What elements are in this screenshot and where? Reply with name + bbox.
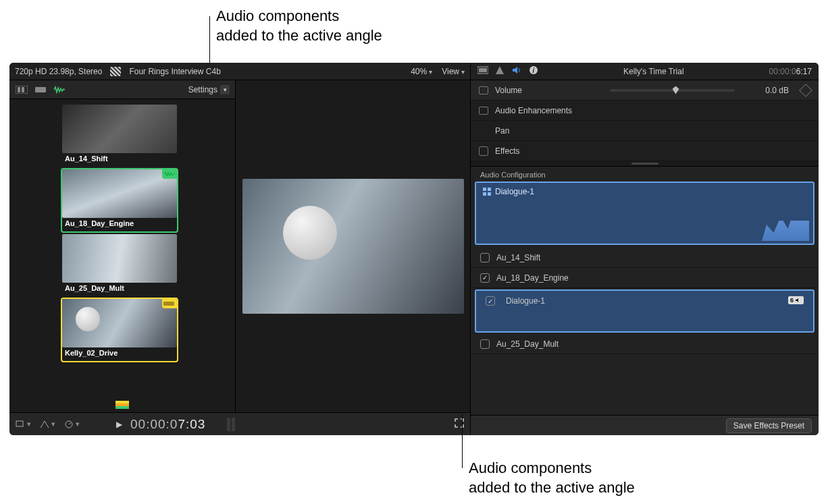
timecode-display[interactable]: 00:00:07:03 [130, 416, 205, 432]
color-tab-icon[interactable] [495, 65, 504, 77]
clapper-icon [110, 67, 121, 76]
video-active-marker [162, 299, 177, 308]
filmstrip-icon[interactable] [15, 84, 28, 95]
transport-bar: ▾ ▾ ▾ ▶ 00:00:07:03 [9, 412, 470, 435]
svg-rect-2 [22, 87, 24, 92]
fullscreen-button[interactable] [454, 418, 465, 431]
audio-meter [227, 418, 235, 431]
volume-row: Volume 0.0 dB [471, 80, 819, 101]
clip-name: Four Rings Interview C4b [129, 67, 220, 76]
angle-label: Kelly_02_Drive [62, 347, 177, 360]
pan-row[interactable]: Pan [471, 121, 819, 141]
skimmer-bar [9, 397, 235, 412]
audio-active-marker [162, 169, 177, 179]
angle-shift[interactable]: Au_14_Shift [62, 105, 177, 167]
inspector-timecode: 00:00:06:17 [769, 67, 812, 76]
crop-tool-icon[interactable]: ▾ [15, 420, 31, 429]
volume-slider[interactable] [610, 89, 735, 92]
dialogue-label: Dialogue-1 [495, 187, 534, 196]
waveform-icon [762, 200, 809, 241]
angle-label: Au_18_Day_Engine [62, 218, 177, 230]
callout-top: Audio components added to the active ang… [216, 7, 382, 45]
audio-config-header: Audio Configuration [471, 167, 819, 181]
app-window: 720p HD 23.98p, Stereo Four Rings Interv… [9, 63, 819, 435]
component-checkbox[interactable] [480, 253, 490, 262]
component-label: Au_14_Shift [496, 253, 540, 262]
video-frame [242, 179, 464, 314]
info-tab-icon[interactable]: i [529, 65, 538, 77]
angle-browser: Settings ▾ Au_14_Shift [9, 80, 236, 412]
svg-rect-1 [18, 87, 20, 92]
svg-rect-11 [483, 188, 486, 191]
component-engine[interactable]: Au_18_Day_Engine [471, 268, 819, 288]
enhancements-label: Audio Enhancements [495, 106, 572, 115]
svg-rect-13 [483, 192, 486, 196]
viewer-topbar: 720p HD 23.98p, Stereo Four Rings Interv… [9, 63, 470, 80]
effects-label: Effects [495, 146, 519, 156]
svg-rect-4 [163, 302, 174, 306]
dialogue-waveform[interactable]: Dialogue-1 [475, 181, 814, 245]
viewer-canvas[interactable] [236, 80, 470, 412]
callout-line-vert-2 [462, 414, 463, 468]
component-label: Au_25_Day_Mult [496, 339, 559, 349]
component-label: Au_18_Day_Engine [496, 273, 569, 283]
angle-label: Au_14_Shift [62, 153, 177, 165]
component-dialogue[interactable]: Dialogue-1 6 [475, 289, 814, 333]
callout-bottom: Audio components added to the active ang… [469, 459, 635, 497]
angle-list: Au_14_Shift Au_18_Day_Engine Au_25_Day_M… [9, 99, 235, 397]
svg-rect-3 [35, 87, 46, 92]
clip-icon[interactable] [34, 84, 47, 95]
multicam-icon [483, 188, 491, 196]
component-checkbox[interactable] [480, 339, 490, 349]
audio-tab-icon[interactable] [511, 65, 522, 77]
component-mult[interactable]: Au_25_Day_Mult [471, 334, 819, 354]
component-checkbox[interactable] [486, 296, 495, 306]
angle-kelly[interactable]: Kelly_02_Drive [62, 299, 177, 361]
main-area: 720p HD 23.98p, Stereo Four Rings Interv… [9, 63, 819, 435]
svg-text:i: i [533, 67, 535, 74]
component-checkbox[interactable] [480, 273, 490, 283]
save-effects-preset-button[interactable]: Save Effects Preset [726, 418, 812, 433]
component-label: Dialogue-1 [502, 296, 545, 306]
svg-rect-14 [488, 192, 491, 196]
settings-menu[interactable]: Settings ▾ [188, 85, 230, 94]
inspector: i Kelly's Time Trial 00:00:06:17 Volume … [470, 63, 819, 435]
play-button[interactable]: ▶ [116, 420, 122, 429]
volume-value: 0.0 dB [742, 86, 789, 95]
volume-icon [479, 86, 488, 94]
waveform-icon[interactable] [53, 84, 66, 95]
angle-stack-icon[interactable] [115, 401, 129, 409]
audio-components-list: Au_14_Shift Au_18_Day_Engine Dialogue-1 … [471, 248, 819, 354]
inspector-footer: Save Effects Preset [471, 415, 819, 435]
inspector-header: i Kelly's Time Trial 00:00:06:17 [471, 63, 819, 80]
view-menu[interactable]: View [442, 67, 465, 76]
angle-toolbar: Settings ▾ [9, 80, 235, 99]
format-label: 720p HD 23.98p, Stereo [15, 67, 102, 76]
inspector-title: Kelly's Time Trial [545, 67, 762, 76]
viewer [236, 80, 470, 412]
angle-engine[interactable]: Au_18_Day_Engine [62, 169, 177, 231]
angle-mult[interactable]: Au_25_Day_Mult [62, 234, 177, 296]
svg-rect-8 [479, 68, 487, 72]
enhancements-row[interactable]: Audio Enhancements [471, 101, 819, 121]
effects-row[interactable]: Effects [471, 141, 819, 161]
video-tab-icon[interactable] [477, 66, 488, 76]
volume-label: Volume [495, 86, 603, 95]
keyframe-button[interactable] [799, 84, 812, 97]
svg-rect-12 [488, 188, 491, 191]
pan-label: Pan [495, 126, 509, 136]
zoom-menu[interactable]: 40% [411, 67, 432, 76]
drag-handle[interactable] [631, 163, 658, 165]
effects-checkbox[interactable] [479, 146, 488, 156]
enhancements-icon [479, 107, 488, 115]
retime-tool-icon[interactable]: ▾ [63, 420, 80, 429]
surround-badge: 6 [788, 296, 804, 304]
component-shift[interactable]: Au_14_Shift [471, 248, 819, 268]
svg-rect-5 [16, 421, 23, 426]
angle-label: Au_25_Day_Mult [62, 283, 177, 295]
chevron-down-icon: ▾ [220, 85, 230, 94]
enhance-tool-icon[interactable]: ▾ [39, 420, 55, 429]
